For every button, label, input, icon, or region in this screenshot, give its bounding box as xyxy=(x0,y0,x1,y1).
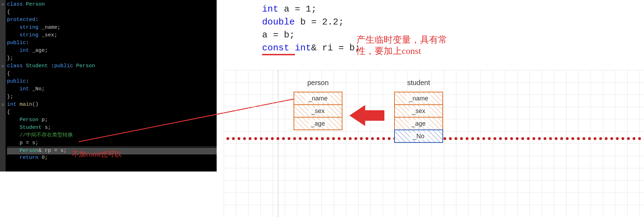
cell-age: _age xyxy=(294,117,342,130)
person-label: person xyxy=(294,79,342,87)
cell-sex: _sex xyxy=(294,104,342,118)
fold-icon[interactable]: ⊟ xyxy=(0,101,6,108)
fold-icon[interactable]: ⊟ xyxy=(0,62,6,70)
svg-marker-1 xyxy=(349,105,384,126)
student-box: _name _sex _age _No xyxy=(394,92,443,143)
code-area[interactable]: class Person { protected: string _name; … xyxy=(6,0,217,172)
cell-name: _name xyxy=(394,92,443,105)
overlay-note: 不加const也可以 xyxy=(72,150,122,158)
grid-guide-vertical xyxy=(278,70,278,217)
fold-icon[interactable]: ⊟ xyxy=(0,1,6,8)
person-box: _name _sex _age xyxy=(294,92,342,130)
gutter: ⊟ ⊟ ⊟ xyxy=(0,0,6,172)
diagram-grid: person student _name _sex _age _name _se… xyxy=(224,70,644,217)
snippet-code: int a = 1; double b = 2.2; a = b; const … xyxy=(262,3,360,55)
cell-age: _age xyxy=(394,117,443,130)
code-editor: ⊟ ⊟ ⊟ class Person { protected: string _… xyxy=(0,0,217,172)
right-panel: int a = 1; double b = 2.2; a = b; const … xyxy=(224,0,644,217)
cell-no: _No xyxy=(394,130,443,143)
annotation-text: 产生临时变量，具有常 性，要加上const xyxy=(356,34,447,57)
cell-sex: _sex xyxy=(394,104,443,118)
student-label: student xyxy=(394,79,443,87)
arrow-left-icon xyxy=(349,105,384,126)
cell-name: _name xyxy=(294,92,342,105)
